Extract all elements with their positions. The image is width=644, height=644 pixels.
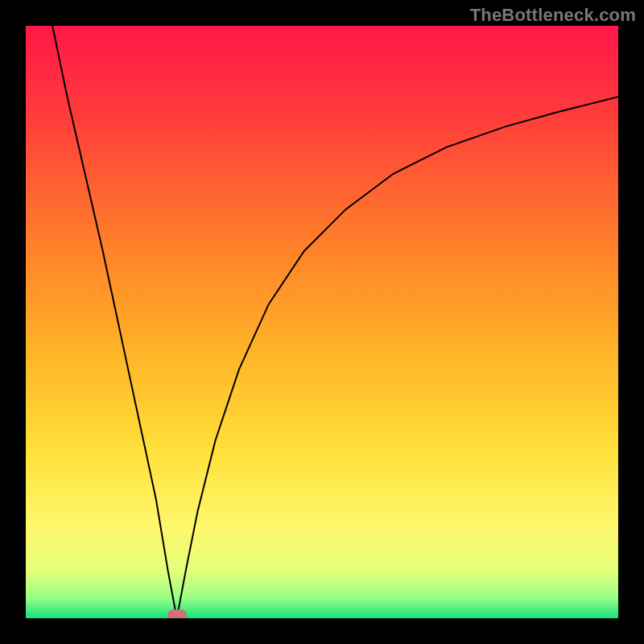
watermark-text: TheBottleneck.com	[470, 5, 636, 26]
minimum-marker	[167, 609, 187, 618]
chart-frame: TheBottleneck.com	[0, 0, 644, 644]
plot-area	[26, 26, 618, 618]
bottleneck-curve	[26, 26, 618, 618]
